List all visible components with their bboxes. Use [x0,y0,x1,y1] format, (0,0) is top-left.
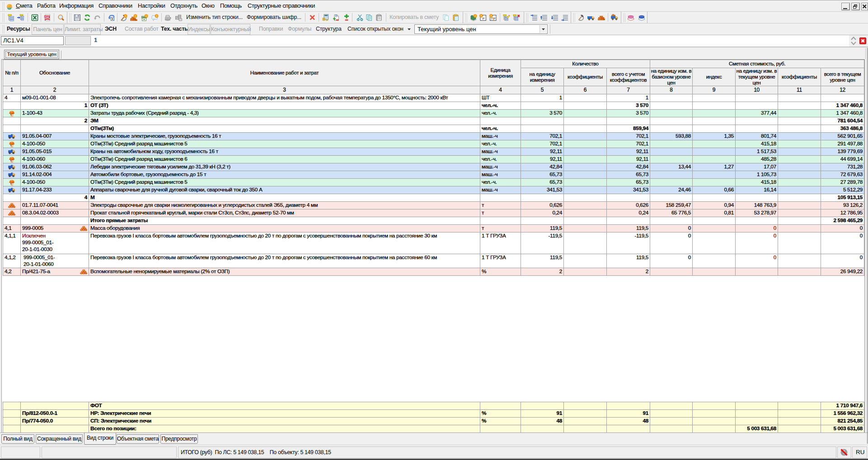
svg-text:PDF: PDF [45,16,50,19]
svg-text:Р: Р [482,17,484,21]
svg-text:ПР: ПР [491,17,496,20]
